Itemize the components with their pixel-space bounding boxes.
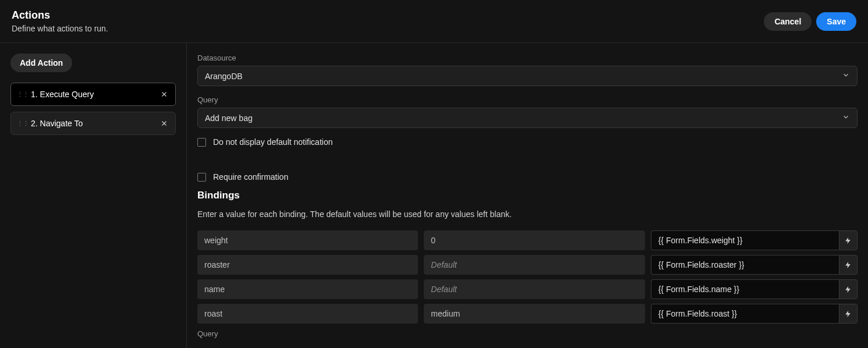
- action-item-label: 1. Execute Query: [31, 90, 159, 99]
- no-notification-label: Do not display default notification: [213, 137, 332, 147]
- sidebar: Add Action ⋮⋮1. Execute Query⋮⋮2. Naviga…: [0, 43, 187, 348]
- bindings-list: weight0roasterDefaultnameDefaultroastmed…: [197, 230, 858, 324]
- drag-handle-icon[interactable]: ⋮⋮: [17, 91, 24, 98]
- save-button[interactable]: Save: [816, 12, 856, 31]
- bolt-icon[interactable]: [839, 304, 858, 324]
- chevron-down-icon: [842, 71, 850, 81]
- body: Add Action ⋮⋮1. Execute Query⋮⋮2. Naviga…: [0, 43, 868, 348]
- binding-name: roaster: [197, 255, 418, 275]
- query-select-value: Add new bag: [205, 113, 253, 123]
- bindings-title: Bindings: [197, 190, 858, 201]
- query-select[interactable]: Add new bag: [197, 108, 858, 128]
- action-item[interactable]: ⋮⋮2. Navigate To: [10, 112, 176, 135]
- binding-row: roasterDefault: [197, 255, 858, 275]
- binding-default: 0: [424, 230, 644, 250]
- drag-handle-icon[interactable]: ⋮⋮: [17, 120, 24, 127]
- datasource-select[interactable]: ArangoDB: [197, 66, 858, 86]
- bolt-icon[interactable]: [839, 279, 858, 299]
- datasource-label: Datasource: [197, 54, 858, 62]
- add-action-button[interactable]: Add Action: [10, 54, 72, 72]
- action-list: ⋮⋮1. Execute Query⋮⋮2. Navigate To: [10, 83, 176, 135]
- binding-name: name: [197, 279, 418, 299]
- binding-value-wrap: [651, 279, 858, 299]
- binding-default: Default: [424, 279, 644, 299]
- no-notification-checkbox-row[interactable]: Do not display default notification: [197, 137, 858, 147]
- bolt-icon[interactable]: [839, 255, 858, 275]
- query-select-label: Query: [197, 95, 858, 104]
- main-panel: Datasource ArangoDB Query Add new bag Do…: [187, 43, 868, 348]
- page-subtitle: Define what actions to run.: [12, 24, 108, 33]
- binding-value-input[interactable]: [651, 230, 839, 250]
- binding-name: roast: [197, 304, 418, 324]
- page-title: Actions: [12, 9, 108, 22]
- binding-value-wrap: [651, 304, 858, 324]
- binding-default: Default: [424, 255, 644, 275]
- binding-value-wrap: [651, 255, 858, 275]
- header-actions: Cancel Save: [764, 12, 856, 31]
- close-icon[interactable]: [159, 118, 169, 129]
- bolt-icon[interactable]: [839, 230, 858, 250]
- bindings-description: Enter a value for each binding. The defa…: [197, 209, 858, 219]
- require-confirmation-label: Require confirmation: [213, 172, 288, 182]
- binding-row: roastmedium: [197, 304, 858, 324]
- binding-row: nameDefault: [197, 279, 858, 299]
- action-item[interactable]: ⋮⋮1. Execute Query: [10, 83, 176, 106]
- close-icon[interactable]: [159, 89, 169, 100]
- cancel-button[interactable]: Cancel: [764, 12, 812, 31]
- binding-value-input[interactable]: [651, 304, 839, 324]
- binding-name: weight: [197, 230, 418, 250]
- binding-row: weight0: [197, 230, 858, 250]
- header-text: Actions Define what actions to run.: [12, 9, 108, 33]
- binding-value-input[interactable]: [651, 255, 839, 275]
- binding-value-wrap: [651, 230, 858, 250]
- binding-default: medium: [424, 304, 644, 324]
- chevron-down-icon: [842, 113, 850, 123]
- require-confirmation-checkbox-row[interactable]: Require confirmation: [197, 172, 858, 182]
- action-item-label: 2. Navigate To: [31, 119, 159, 128]
- binding-value-input[interactable]: [651, 279, 839, 299]
- checkbox-icon: [197, 138, 206, 147]
- checkbox-icon: [197, 173, 206, 182]
- header: Actions Define what actions to run. Canc…: [0, 0, 868, 43]
- query-bottom-label: Query: [197, 329, 858, 338]
- datasource-value: ArangoDB: [205, 72, 243, 81]
